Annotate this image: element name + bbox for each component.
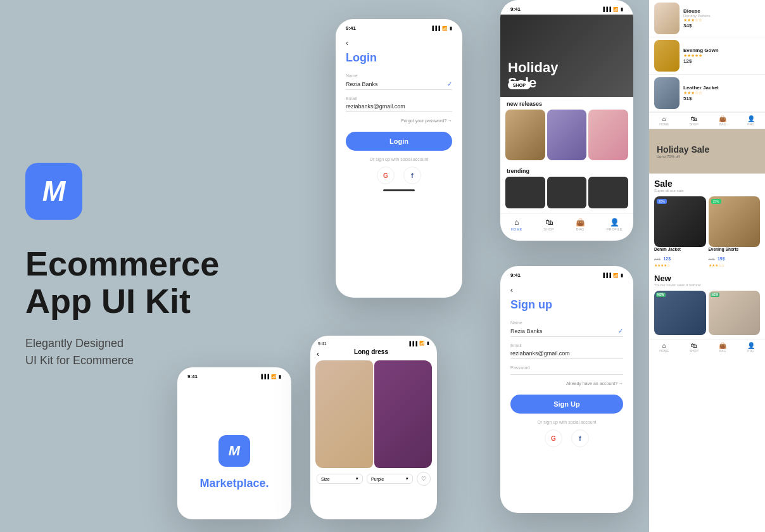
shorts-badge: 15% — [711, 199, 721, 204]
signup-time: 9:41 — [510, 272, 521, 278]
nav-bag-bottom[interactable]: 👜 BAG — [719, 342, 726, 353]
email-label: Email — [346, 96, 452, 101]
home-indicator — [383, 189, 415, 191]
nav-shop-bottom[interactable]: 🛍 SHOP — [690, 342, 699, 353]
dress-image-2 — [374, 360, 432, 468]
signup-name-label: Name — [510, 320, 623, 325]
dress-back-arrow[interactable]: ‹ — [317, 350, 319, 358]
gown-name: Evening Gown — [683, 48, 760, 53]
wishlist-button[interactable]: ♡ — [417, 472, 431, 486]
shorts-stars: ★★★☆☆ — [709, 263, 761, 267]
product-item-jacket: Leather Jacket ★★★☆☆ 51$ — [649, 75, 765, 112]
nav-pro-mid[interactable]: 👤 PRO — [747, 115, 755, 126]
color-selector[interactable]: Purple ▾ — [367, 474, 413, 484]
login-phone-header: 9:41 ▐▐▐ 📶 ▮ — [336, 19, 462, 34]
google-signup-button[interactable]: G — [545, 429, 562, 447]
color-label: Purple — [371, 477, 384, 481]
nav-bag-mid[interactable]: 👜 BAG — [719, 115, 726, 126]
marketplace-logo-letter: M — [229, 443, 240, 459]
nav-shop[interactable]: 🛍 SHOP — [543, 218, 554, 231]
jacket-price: 51$ — [683, 96, 760, 101]
evening-shorts-card[interactable]: 15% — [709, 196, 761, 247]
home-bottom-nav: ⌂ HOME 🛍 SHOP 👜 BAG 👤 PROFILE — [500, 213, 633, 234]
release-card-1 — [505, 110, 545, 160]
nav-home[interactable]: ⌂ HOME — [511, 218, 522, 231]
login-button[interactable]: Login — [346, 132, 452, 151]
holiday-banner-right: Holiday Sale Up to 70% off — [649, 129, 765, 174]
shorts-prices: 22$ 19$ — [709, 251, 761, 263]
blouse-thumbnail — [654, 3, 680, 34]
nav-home-mid[interactable]: ⌂ HOME — [659, 115, 669, 126]
signal-icon: ▐▐▐ — [260, 374, 269, 379]
dress-options: Size ▾ Purple ▾ ♡ — [310, 468, 437, 490]
size-selector[interactable]: Size ▾ — [317, 474, 363, 484]
facebook-signup-button[interactable]: f — [571, 429, 589, 447]
shop-icon-bottom: 🛍 — [691, 342, 697, 349]
marketplace-content: M Marketplace. — [177, 382, 291, 519]
trend-card-2 — [547, 177, 587, 208]
email-field[interactable]: reziabanks@gmail.com — [346, 101, 452, 112]
bag-nav-label: BAG — [576, 227, 585, 231]
bottom-nav-right: ⌂ HOME 🛍 SHOP 👜 BAG 👤 PRO — [649, 339, 765, 355]
profile-icon-bottom: 👤 — [747, 342, 755, 349]
signup-password-group: Password — [510, 365, 623, 375]
signal-icon: ▐▐▐ — [602, 7, 611, 11]
shorts-new-price: 19$ — [718, 256, 725, 261]
denim-jacket-card[interactable]: 20% — [654, 196, 706, 247]
signup-email-group: Email reziabanks@gmail.com — [510, 343, 623, 359]
jacket-info: Leather Jacket ★★★☆☆ 51$ — [683, 85, 760, 101]
facebook-login-button[interactable]: f — [403, 167, 421, 184]
wifi-icon: 📶 — [442, 26, 448, 31]
home-time: 9:41 — [510, 6, 521, 12]
signup-name-field[interactable]: Rezia Banks ✓ — [510, 326, 623, 337]
holiday-title-right: Holiday Sale — [657, 144, 757, 155]
dress-title: Long dress — [346, 348, 396, 359]
signup-email-label: Email — [510, 343, 623, 348]
jacket-stars: ★★★☆☆ — [683, 91, 760, 96]
signup-email-field[interactable]: reziabanks@gmail.com — [510, 348, 623, 359]
nav-pro-bottom[interactable]: 👤 PRO — [747, 342, 755, 353]
denim-stars: ★★★★☆ — [654, 263, 706, 267]
signup-button[interactable]: Sign Up — [510, 395, 623, 414]
forgot-password-link[interactable]: Forgot your password? → — [346, 118, 452, 123]
holiday-subtitle-right: Up to 70% off — [657, 155, 757, 158]
nav-bag[interactable]: 👜 BAG — [576, 218, 585, 231]
sale-section-title: Sale — [654, 179, 760, 189]
check-icon: ✓ — [618, 327, 623, 334]
denim-new-price: 12$ — [663, 256, 671, 261]
nav-home-bottom[interactable]: ⌂ HOME — [659, 342, 669, 353]
shop-button[interactable]: SHOP — [508, 81, 531, 89]
nav-profile[interactable]: 👤 PROFILE — [606, 218, 623, 231]
google-login-button[interactable]: G — [377, 167, 395, 184]
dress-time: 9:41 — [318, 341, 327, 346]
signal-icon: ▐▐▐ — [431, 26, 440, 30]
new-section-title: New — [654, 274, 760, 283]
trending-label: trending — [500, 164, 633, 177]
home-phone-header: 9:41 ▐▐▐ 📶 ▮ — [500, 0, 633, 15]
signup-social-icons: G f — [510, 429, 623, 447]
denim-prices: 22$ 12$ — [654, 251, 706, 263]
new-card-1[interactable]: NEW — [654, 291, 706, 335]
dress-status: ▐▐▐ 📶 ▮ — [408, 341, 429, 346]
products-panel: Blouse Dorothy Perkins ★★★☆☆ 34$ Evening… — [649, 0, 765, 532]
jacket-thumbnail — [654, 77, 680, 109]
phone-login: 9:41 ▐▐▐ 📶 ▮ ‹ Login Name Rezia Banks ✓ … — [336, 19, 462, 298]
trending-row — [500, 177, 633, 213]
phone-marketplace: 9:41 ▐▐▐ 📶 ▮ M Marketplace. — [177, 367, 291, 519]
already-account-link[interactable]: Already have an account? → — [510, 381, 623, 386]
new-card-2[interactable]: NEW — [709, 291, 761, 335]
name-field[interactable]: Rezia Banks ✓ — [346, 79, 452, 90]
signup-password-field[interactable] — [510, 370, 623, 375]
marketplace-status: ▐▐▐ 📶 ▮ — [260, 374, 281, 379]
new-releases-grid — [500, 110, 633, 164]
back-arrow-icon[interactable]: ‹ — [346, 39, 452, 48]
denim-badge: 20% — [657, 199, 667, 204]
profile-nav-icon: 👤 — [610, 218, 619, 227]
nav-shop-mid[interactable]: 🛍 SHOP — [690, 115, 699, 126]
signup-back-arrow[interactable]: ‹ — [510, 286, 623, 294]
gown-stars: ★★★★★ — [683, 53, 760, 58]
signup-name-group: Name Rezia Banks ✓ — [510, 320, 623, 337]
signup-status: ▐▐▐ 📶 ▮ — [602, 273, 623, 278]
blouse-stars: ★★★☆☆ — [683, 18, 760, 23]
shop-nav-icon: 🛍 — [545, 218, 553, 227]
